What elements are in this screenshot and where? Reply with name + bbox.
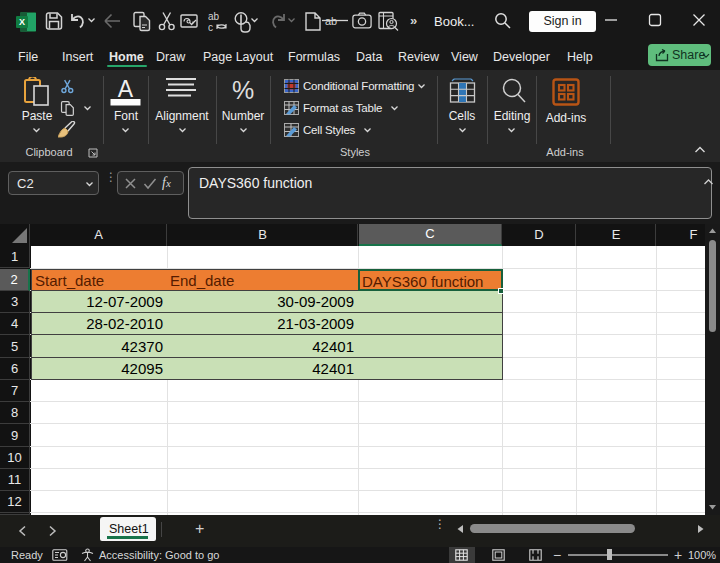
svg-text:A: A <box>118 76 134 102</box>
